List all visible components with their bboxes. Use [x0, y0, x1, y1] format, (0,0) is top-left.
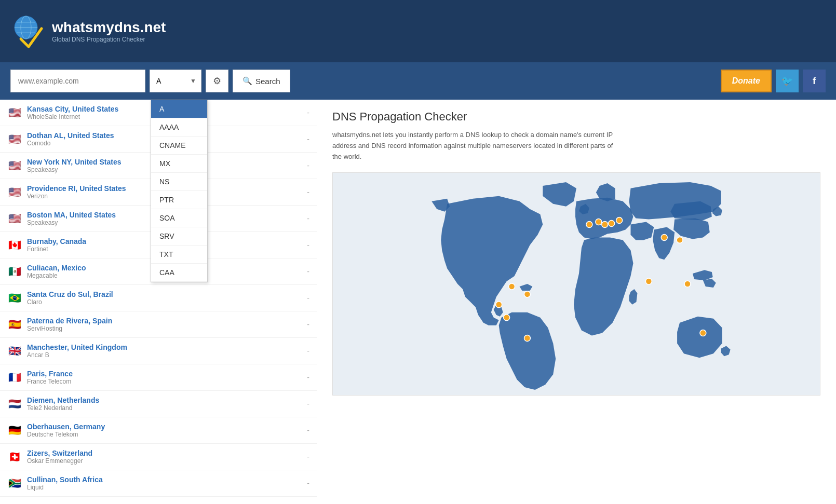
map-dot-14 — [700, 330, 706, 336]
server-info: Santa Cruz do Sul, Brazil Claro — [27, 290, 302, 306]
dropdown-item-caa[interactable]: CAA — [151, 264, 207, 282]
map-dot-11 — [677, 237, 683, 243]
header: whatsmydns.net Global DNS Propagation Ch… — [0, 0, 836, 62]
server-isp: Claro — [27, 298, 302, 306]
dropdown-item-aaaa[interactable]: AAAA — [151, 118, 207, 137]
site-title: whatsmydns.net — [52, 19, 166, 36]
server-item[interactable]: 🇬🇧 Manchester, United Kingdom Ancar B - — [0, 338, 317, 364]
map-dot-12 — [645, 278, 652, 284]
gear-icon: ⚙ — [213, 75, 221, 87]
server-result: - — [307, 479, 309, 487]
server-flag: 🇨🇭 — [7, 451, 22, 463]
toolbar-right: Donate 🐦 f — [721, 70, 826, 92]
server-item[interactable]: 🇧🇷 Santa Cruz do Sul, Brazil Claro - — [0, 285, 317, 311]
server-item[interactable]: 🇩🇪 Oberhausen, Germany Deutsche Telekom … — [0, 417, 317, 444]
dropdown-item-a[interactable]: A — [151, 100, 207, 118]
record-type-dropdown: AAAAACNAMEMXNSPTRSOASRVTXTCAA — [151, 100, 208, 282]
dns-checker-description: whatsmydns.net lets you instantly perfor… — [332, 130, 623, 162]
server-flag: 🇺🇸 — [7, 159, 22, 172]
right-panel: DNS Propagation Checker whatsmydns.net l… — [317, 100, 836, 497]
server-flag: 🇪🇸 — [7, 318, 22, 331]
world-map-svg — [333, 173, 820, 395]
map-dot-10 — [661, 235, 667, 241]
server-flag: 🇺🇸 — [7, 186, 22, 198]
server-result: - — [307, 135, 309, 143]
server-flag: 🇳🇱 — [7, 398, 22, 410]
server-info: Paterna de Rivera, Spain ServiHosting — [27, 317, 302, 332]
domain-input[interactable] — [10, 70, 145, 92]
map-dot-4 — [524, 335, 530, 342]
server-flag: 🇩🇪 — [7, 424, 22, 437]
dropdown-item-soa[interactable]: SOA — [151, 209, 207, 227]
dropdown-item-txt[interactable]: TXT — [151, 246, 207, 264]
map-dot-1 — [524, 291, 530, 297]
twitter-button[interactable]: 🐦 — [776, 70, 799, 92]
server-city: Diemen, Netherlands — [27, 396, 302, 404]
server-flag: 🇺🇸 — [7, 212, 22, 225]
search-label: Search — [255, 77, 280, 86]
facebook-icon: f — [813, 76, 816, 87]
server-result: - — [307, 161, 309, 170]
dropdown-item-cname[interactable]: CNAME — [151, 137, 207, 155]
map-dot-8 — [609, 221, 615, 227]
server-isp: Deutsche Telekom — [27, 431, 302, 438]
map-dot-3 — [504, 315, 510, 321]
dropdown-item-srv[interactable]: SRV — [151, 227, 207, 246]
server-info: Paris, France France Telecom — [27, 370, 302, 385]
server-isp: Tele2 Nederland — [27, 404, 302, 412]
server-item[interactable]: 🇿🇦 Cullinan, South Africa Liquid - — [0, 470, 317, 497]
server-flag: 🇺🇸 — [7, 133, 22, 145]
server-flag: 🇧🇷 — [7, 292, 22, 304]
server-result: - — [307, 214, 309, 223]
server-isp: ServiHosting — [27, 325, 302, 332]
server-result: - — [307, 294, 309, 302]
facebook-button[interactable]: f — [803, 70, 826, 92]
server-result: - — [307, 347, 309, 355]
server-isp: France Telecom — [27, 378, 302, 385]
server-flag: 🇺🇸 — [7, 106, 22, 119]
server-result: - — [307, 188, 309, 196]
server-city: Zizers, Switzerland — [27, 449, 302, 457]
server-item[interactable]: 🇫🇷 Paris, France France Telecom - — [0, 364, 317, 391]
server-info: Zizers, Switzerland Oskar Emmenegger — [27, 449, 302, 465]
server-city: Santa Cruz do Sul, Brazil — [27, 290, 302, 298]
site-subtitle: Global DNS Propagation Checker — [52, 36, 166, 43]
record-type-select[interactable]: A AAAA CNAME MX NS PTR SOA SRV TXT CAA — [150, 70, 201, 92]
dropdown-item-ptr[interactable]: PTR — [151, 191, 207, 209]
server-flag: 🇿🇦 — [7, 477, 22, 489]
server-result: - — [307, 453, 309, 461]
map-dot-7 — [602, 222, 608, 228]
logo-text: whatsmydns.net Global DNS Propagation Ch… — [52, 19, 166, 43]
world-map-container — [332, 172, 820, 396]
server-flag: 🇬🇧 — [7, 345, 22, 357]
logo-icon — [10, 13, 47, 49]
server-isp: Oskar Emmenegger — [27, 457, 302, 465]
server-result: - — [307, 400, 309, 408]
twitter-icon: 🐦 — [781, 75, 793, 87]
dropdown-container: AAAAACNAMEMXNSPTRSOASRVTXTCAA 🇺🇸 Kansas … — [0, 100, 317, 497]
donate-button[interactable]: Donate — [721, 70, 772, 92]
donate-label: Donate — [732, 76, 760, 85]
map-dot-5 — [586, 222, 592, 228]
server-item[interactable]: 🇪🇸 Paterna de Rivera, Spain ServiHosting… — [0, 311, 317, 338]
settings-button[interactable]: ⚙ — [206, 70, 228, 92]
server-info: Manchester, United Kingdom Ancar B — [27, 343, 302, 359]
server-result: - — [307, 426, 309, 434]
search-button[interactable]: 🔍 Search — [233, 70, 290, 92]
toolbar: A AAAA CNAME MX NS PTR SOA SRV TXT CAA ▼… — [0, 62, 836, 100]
server-flag: 🇫🇷 — [7, 371, 22, 384]
dropdown-item-mx[interactable]: MX — [151, 155, 207, 173]
server-item[interactable]: 🇨🇭 Zizers, Switzerland Oskar Emmenegger … — [0, 444, 317, 470]
map-dot-9 — [616, 217, 623, 224]
server-city: Manchester, United Kingdom — [27, 343, 302, 351]
dropdown-item-ns[interactable]: NS — [151, 173, 207, 191]
server-city: Paterna de Rivera, Spain — [27, 317, 302, 325]
server-isp: Ancar B — [27, 351, 302, 359]
server-info: Diemen, Netherlands Tele2 Nederland — [27, 396, 302, 412]
server-item[interactable]: 🇳🇱 Diemen, Netherlands Tele2 Nederland - — [0, 391, 317, 417]
main-content: AAAAACNAMEMXNSPTRSOASRVTXTCAA 🇺🇸 Kansas … — [0, 100, 836, 497]
server-result: - — [307, 373, 309, 382]
server-city: Cullinan, South Africa — [27, 475, 302, 484]
map-dot-0 — [509, 283, 515, 290]
map-dot-6 — [596, 219, 602, 225]
